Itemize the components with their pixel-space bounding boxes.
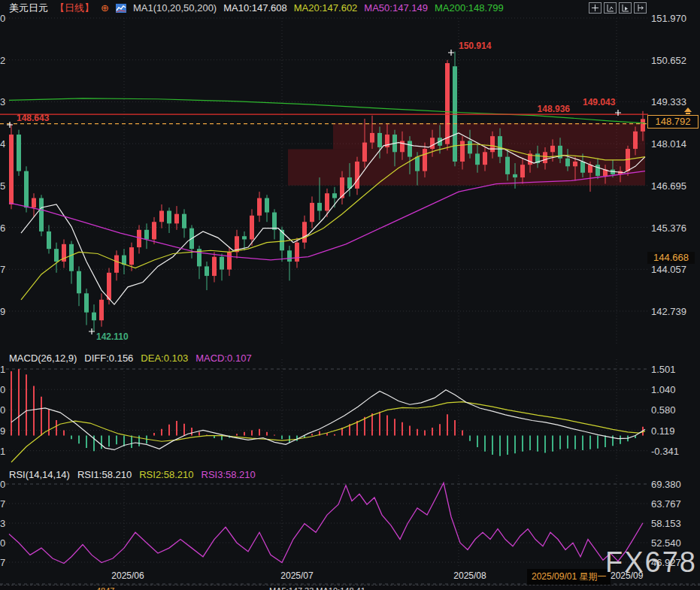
line-chart-icon	[116, 4, 126, 13]
watermark: FX678	[605, 546, 697, 579]
pan-right-icon	[636, 4, 644, 12]
alert-level-tag: 144.668	[647, 252, 695, 264]
macd-diff-value: DIFF:0.156	[84, 352, 133, 364]
chart-toolbar	[589, 2, 647, 14]
clipped-bottom-panel: 4847 MA5:147.33 MA10:148.41	[0, 585, 700, 590]
scale-play-button[interactable]	[619, 2, 632, 14]
move-crosshair-icon	[591, 4, 599, 12]
symbol-title: 美元日元	[9, 2, 48, 15]
scale-left-icon	[606, 4, 614, 12]
ma-settings-label: MA1(10,20,50,200)	[133, 2, 217, 14]
move-crosshair-button[interactable]	[589, 2, 602, 14]
macd-header: MACD(26,12,9) DIFF:0.156 DEA:0.103 MACD:…	[9, 352, 252, 364]
rsi1-value: RSI1:58.210	[77, 469, 132, 480]
chart-type-icon[interactable]	[116, 4, 126, 13]
chart-header: 美元日元 【日线】 ⊕ MA1(10,20,50,200) MA10:147.6…	[9, 2, 504, 14]
current-price-tag: 148.792	[647, 115, 698, 129]
ma50-value: MA50:147.149	[364, 2, 428, 14]
scale-left-button[interactable]	[604, 2, 617, 14]
rsi-settings-label: RSI(14,14,14)	[9, 469, 70, 480]
ma20-value: MA20:147.602	[294, 2, 358, 14]
selected-date-label: 2025/09/01 星期一	[527, 569, 611, 585]
rsi2-value: RSI2:58.210	[139, 469, 193, 480]
scale-play-icon	[621, 4, 629, 12]
price-arrow-base	[686, 113, 690, 114]
price-up-arrow-icon	[684, 107, 692, 112]
macd-macd-value: MACD:0.107	[195, 352, 251, 364]
rsi3-value: RSI3:58.210	[202, 469, 256, 480]
macd-settings-label: MACD(26,12,9)	[9, 352, 77, 364]
period-selector[interactable]: 【日线】	[55, 2, 94, 15]
add-indicator-icon[interactable]: ⊕	[101, 2, 109, 14]
chart-canvas[interactable]	[0, 0, 700, 590]
trading-chart-app: 美元日元 【日线】 ⊕ MA1(10,20,50,200) MA10:147.6…	[0, 0, 700, 590]
ma10-value: MA10:147.608	[223, 2, 287, 14]
pan-right-button[interactable]	[634, 2, 647, 14]
clipped-text-fragment: 4847	[96, 586, 114, 590]
rsi-header: RSI(14,14,14) RSI1:58.210 RSI2:58.210 RS…	[9, 469, 256, 480]
macd-dea-value: DEA:0.103	[141, 352, 188, 364]
ma200-value: MA200:148.799	[435, 2, 504, 14]
clipped-text-fragment: MA5:147.33 MA10:148.41	[269, 586, 365, 590]
